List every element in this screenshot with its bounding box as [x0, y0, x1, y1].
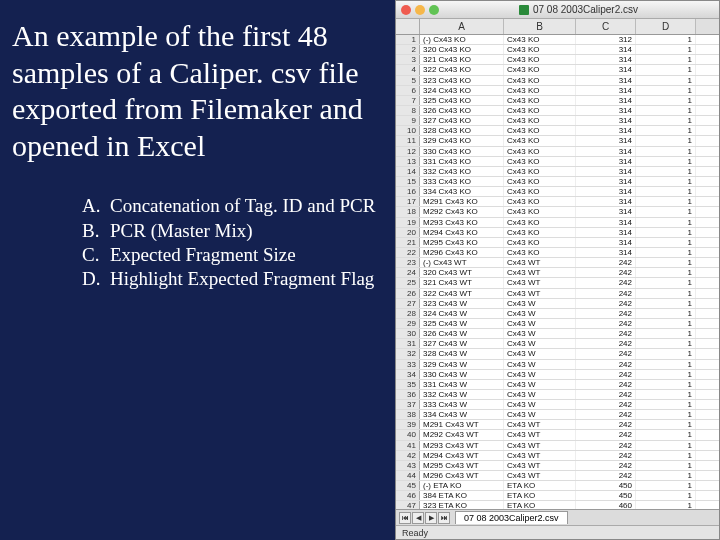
column-header-a[interactable]: A — [420, 19, 504, 34]
cell[interactable]: Cx43 KO — [504, 197, 576, 206]
cell[interactable]: Cx43 WT — [504, 289, 576, 298]
cell[interactable]: M292 Cx43 WT — [420, 430, 504, 439]
cell[interactable]: 314 — [576, 76, 636, 85]
table-row[interactable]: 47323 ETA KOETA KO4601 — [396, 501, 719, 509]
table-row[interactable]: 13331 Cx43 KOCx43 KO3141 — [396, 157, 719, 167]
row-number[interactable]: 20 — [396, 228, 420, 237]
cell[interactable]: 1 — [636, 157, 696, 166]
cell[interactable]: 1 — [636, 481, 696, 490]
cell[interactable]: 242 — [576, 289, 636, 298]
cell[interactable]: 384 ETA KO — [420, 491, 504, 500]
cell[interactable]: 242 — [576, 451, 636, 460]
row-number[interactable]: 47 — [396, 501, 420, 509]
cell[interactable]: 1 — [636, 238, 696, 247]
cell[interactable]: 242 — [576, 400, 636, 409]
cell[interactable]: 1 — [636, 268, 696, 277]
row-number[interactable]: 46 — [396, 491, 420, 500]
cell[interactable]: 1 — [636, 86, 696, 95]
cell[interactable]: 242 — [576, 268, 636, 277]
row-number[interactable]: 6 — [396, 86, 420, 95]
cell[interactable]: 314 — [576, 197, 636, 206]
table-row[interactable]: 10328 Cx43 KOCx43 KO3141 — [396, 126, 719, 136]
cell[interactable]: Cx43 W — [504, 339, 576, 348]
cell[interactable]: Cx43 WT — [504, 471, 576, 480]
cell[interactable]: Cx43 W — [504, 299, 576, 308]
table-row[interactable]: 35331 Cx43 WCx43 W2421 — [396, 380, 719, 390]
cell[interactable]: Cx43 W — [504, 319, 576, 328]
table-row[interactable]: 12330 Cx43 KOCx43 KO3141 — [396, 147, 719, 157]
cell[interactable]: ETA KO — [504, 501, 576, 509]
cell[interactable]: 1 — [636, 278, 696, 287]
cell[interactable]: 332 Cx43 W — [420, 390, 504, 399]
cell[interactable]: M292 Cx43 KO — [420, 207, 504, 216]
cell[interactable]: 1 — [636, 228, 696, 237]
cell[interactable]: 460 — [576, 501, 636, 509]
table-row[interactable]: 17M291 Cx43 KOCx43 KO3141 — [396, 197, 719, 207]
cell[interactable]: 1 — [636, 329, 696, 338]
cell[interactable]: Cx43 KO — [504, 147, 576, 156]
table-row[interactable]: 41M293 Cx43 WTCx43 WT2421 — [396, 441, 719, 451]
row-number[interactable]: 18 — [396, 207, 420, 216]
row-number[interactable]: 17 — [396, 197, 420, 206]
cell[interactable]: 1 — [636, 441, 696, 450]
cell[interactable]: 322 Cx43 WT — [420, 289, 504, 298]
row-number[interactable]: 1 — [396, 35, 420, 44]
cell[interactable]: 1 — [636, 218, 696, 227]
row-number[interactable]: 23 — [396, 258, 420, 267]
cell[interactable]: 1 — [636, 471, 696, 480]
cell[interactable]: 328 Cx43 W — [420, 349, 504, 358]
cell[interactable]: 1 — [636, 55, 696, 64]
cell[interactable]: 1 — [636, 461, 696, 470]
row-number[interactable]: 14 — [396, 167, 420, 176]
cell[interactable]: 327 Cx43 W — [420, 339, 504, 348]
row-number[interactable]: 4 — [396, 65, 420, 74]
cell[interactable]: 1 — [636, 309, 696, 318]
cell[interactable]: 333 Cx43 KO — [420, 177, 504, 186]
cell[interactable]: Cx43 WT — [504, 268, 576, 277]
table-row[interactable]: 16334 Cx43 KOCx43 KO3141 — [396, 187, 719, 197]
cell[interactable]: 314 — [576, 167, 636, 176]
table-row[interactable]: 2320 Cx43 KOCx43 KO3141 — [396, 45, 719, 55]
cell[interactable]: 242 — [576, 380, 636, 389]
row-number[interactable]: 11 — [396, 136, 420, 145]
spreadsheet-grid[interactable]: 1(-) Cx43 KOCx43 KO31212320 Cx43 KOCx43 … — [396, 35, 719, 509]
cell[interactable]: 314 — [576, 126, 636, 135]
cell[interactable]: 314 — [576, 55, 636, 64]
minimize-icon[interactable] — [415, 5, 425, 15]
cell[interactable]: 1 — [636, 45, 696, 54]
table-row[interactable]: 6324 Cx43 KOCx43 KO3141 — [396, 86, 719, 96]
cell[interactable]: 1 — [636, 380, 696, 389]
cell[interactable]: 331 Cx43 W — [420, 380, 504, 389]
column-header-d[interactable]: D — [636, 19, 696, 34]
cell[interactable]: 314 — [576, 228, 636, 237]
cell[interactable]: Cx43 KO — [504, 35, 576, 44]
cell[interactable]: Cx43 W — [504, 380, 576, 389]
cell[interactable]: 330 Cx43 W — [420, 370, 504, 379]
prev-sheet-button[interactable]: ◀ — [412, 512, 424, 524]
cell[interactable]: Cx43 W — [504, 329, 576, 338]
cell[interactable]: 324 Cx43 KO — [420, 86, 504, 95]
cell[interactable]: 242 — [576, 319, 636, 328]
row-number[interactable]: 7 — [396, 96, 420, 105]
row-number[interactable]: 16 — [396, 187, 420, 196]
table-row[interactable]: 43M295 Cx43 WTCx43 WT2421 — [396, 461, 719, 471]
row-number[interactable]: 39 — [396, 420, 420, 429]
cell[interactable]: M294 Cx43 WT — [420, 451, 504, 460]
cell[interactable]: 314 — [576, 187, 636, 196]
row-number[interactable]: 28 — [396, 309, 420, 318]
cell[interactable]: Cx43 W — [504, 390, 576, 399]
cell[interactable]: 314 — [576, 116, 636, 125]
cell[interactable]: 323 Cx43 KO — [420, 76, 504, 85]
cell[interactable]: Cx43 KO — [504, 136, 576, 145]
table-row[interactable]: 20M294 Cx43 KOCx43 KO3141 — [396, 228, 719, 238]
cell[interactable]: 242 — [576, 309, 636, 318]
table-row[interactable]: 19M293 Cx43 KOCx43 KO3141 — [396, 218, 719, 228]
cell[interactable]: 1 — [636, 167, 696, 176]
cell[interactable]: 327 Cx43 KO — [420, 116, 504, 125]
cell[interactable]: 1 — [636, 370, 696, 379]
cell[interactable]: 1 — [636, 35, 696, 44]
row-number[interactable]: 44 — [396, 471, 420, 480]
cell[interactable]: 314 — [576, 218, 636, 227]
cell[interactable]: 329 Cx43 W — [420, 360, 504, 369]
cell[interactable]: 325 Cx43 W — [420, 319, 504, 328]
